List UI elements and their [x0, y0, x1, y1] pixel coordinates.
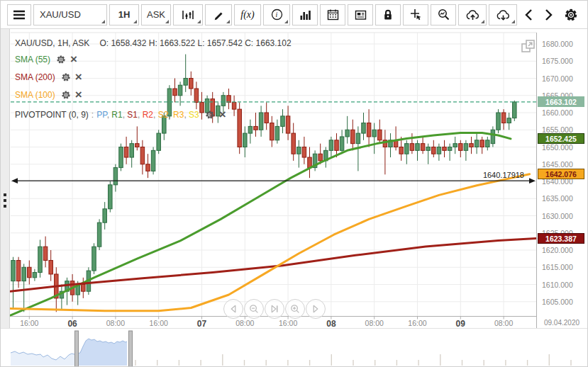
- indicator-settings-gear-icon[interactable]: [61, 90, 71, 100]
- detach-chart-button[interactable]: [519, 38, 538, 56]
- price-tick-label: 1610.000: [542, 281, 573, 289]
- indicator-label: SMA (55): [15, 55, 50, 64]
- time-tick-label: 08: [326, 319, 335, 329]
- price-badge-sma-55: 1652.425: [538, 133, 584, 144]
- lock-icon: [382, 9, 394, 21]
- dropdown-triangle-icon: [101, 20, 105, 23]
- play-to-end-icon: [265, 299, 284, 319]
- overlay-sma-200[interactable]: [11, 239, 536, 292]
- calendar-icon: [327, 9, 339, 21]
- price-badge-sma-200: 1623.387: [538, 233, 584, 244]
- hline-price-label[interactable]: 1640.17918: [440, 171, 524, 179]
- zoom-in-button[interactable]: [285, 299, 305, 319]
- time-tick-label: 06: [67, 319, 77, 329]
- dropdown-triangle-icon: [481, 20, 484, 23]
- price-side-label: ASK: [147, 9, 165, 20]
- price-tick-label: 1680.000: [542, 40, 573, 48]
- legend-ohlc: O: 1658.432 H: 1663.522 L: 1657.542 C: 1…: [99, 38, 291, 48]
- indicator-close-icon[interactable]: ×: [75, 73, 82, 81]
- triangle-right-icon: [306, 299, 325, 319]
- navigator[interactable]: [11, 331, 571, 367]
- dropdown-triangle-icon: [226, 20, 230, 23]
- drag-handle-icon[interactable]: [4, 205, 6, 208]
- magnifier-chart-icon: [438, 9, 450, 21]
- indicators-button[interactable]: f(x): [234, 4, 261, 26]
- chart-nav-buttons: [223, 299, 326, 319]
- price-tick-label: 1670.000: [542, 74, 573, 83]
- pivot-separator: :: [91, 110, 94, 120]
- time-tick-label: 16:00: [279, 319, 297, 327]
- lock-button[interactable]: [375, 4, 401, 26]
- price-side-select[interactable]: ASK: [141, 4, 171, 26]
- period-label: 1H: [118, 9, 131, 20]
- indicator-row-sma-100: SMA (100) ×: [15, 89, 292, 101]
- symbol-select[interactable]: XAU/USD: [33, 4, 107, 26]
- go-to-latest-button[interactable]: [265, 299, 284, 319]
- indicator-label: SMA (100): [15, 90, 55, 100]
- indicator-row-sma-200: SMA (200) ×: [15, 72, 292, 83]
- magnifier-plus-icon: [286, 299, 304, 319]
- navigator-handle[interactable]: [75, 331, 79, 367]
- pivot-label: PIVOTPOINT (0, 9): [15, 110, 89, 120]
- legend-instrument: XAU/USD, 1H, ASK: [15, 38, 89, 48]
- period-select[interactable]: 1H: [109, 4, 139, 26]
- open-in-new-window-icon: [519, 38, 538, 56]
- navigator-handle[interactable]: [129, 331, 133, 367]
- time-tick-label: 08:00: [106, 319, 125, 327]
- pencil-icon: [213, 9, 224, 21]
- dropdown-triangle-icon: [511, 20, 515, 23]
- chart-type-button[interactable]: [173, 4, 203, 26]
- indicator-close-icon[interactable]: ×: [75, 91, 82, 99]
- time-tick-label: 16:00: [408, 319, 426, 327]
- pivot-item-pp: PP: [96, 110, 106, 120]
- calendar-button[interactable]: [320, 4, 345, 26]
- time-tick-label: 09: [456, 319, 465, 329]
- drag-handle-icon[interactable]: [4, 199, 6, 202]
- pivot-item-s1: S1: [127, 110, 138, 120]
- gear-icon: [564, 8, 578, 22]
- pivot-values: PP, R1, S1, R2, S2, R3, S3: [96, 110, 199, 120]
- back-button[interactable]: [519, 4, 538, 26]
- price-badge-sma-100: 1642.076: [538, 169, 584, 179]
- info-button[interactable]: i: [263, 4, 290, 26]
- indicator-row-sma-55: SMA (55) ×: [15, 54, 292, 65]
- price-tick-label: 1605.000: [542, 298, 573, 306]
- indicator-settings-gear-icon[interactable]: [56, 55, 66, 64]
- indicator-settings-gear-icon[interactable]: [205, 110, 215, 120]
- draw-tools-button[interactable]: [205, 4, 232, 26]
- zoom-button[interactable]: [431, 4, 456, 26]
- chevron-left-icon: [524, 9, 533, 21]
- pivot-item-s2: S2: [158, 110, 169, 120]
- price-badge-current-price: 1663.102: [538, 96, 584, 107]
- pivot-item-r1: R1: [111, 110, 122, 120]
- volume-button[interactable]: [292, 4, 318, 26]
- pan-left-button[interactable]: [223, 299, 243, 319]
- pivot-item-separator: ,: [138, 110, 143, 120]
- crosshair-icon: [410, 9, 422, 21]
- crosshair-button[interactable]: [403, 4, 428, 26]
- triangle-left-icon: [224, 299, 243, 319]
- magnifier-minus-icon: [245, 299, 263, 319]
- pan-right-button[interactable]: [306, 299, 326, 319]
- indicator-close-icon[interactable]: ×: [219, 111, 226, 119]
- time-tick-label: 08:00: [494, 319, 513, 327]
- pivot-item-r2: R2: [143, 110, 153, 120]
- forward-button[interactable]: [540, 4, 558, 26]
- upload-button[interactable]: [458, 4, 487, 26]
- left-panel-strip: [1, 29, 10, 328]
- price-tick-label: 1675.000: [542, 57, 573, 65]
- chart-legend: XAU/USD, 1H, ASK O: 1658.432 H: 1663.522…: [15, 38, 292, 120]
- menu-button[interactable]: [7, 4, 31, 26]
- chevron-right-icon: [545, 9, 553, 21]
- download-button[interactable]: [489, 4, 517, 26]
- indicator-close-icon[interactable]: ×: [70, 55, 77, 64]
- news-button[interactable]: [348, 4, 373, 26]
- zoom-out-button[interactable]: [244, 299, 264, 319]
- settings-button[interactable]: [560, 4, 582, 26]
- drag-handle-icon[interactable]: [4, 193, 6, 196]
- indicator-settings-gear-icon[interactable]: [61, 72, 71, 82]
- price-tick-label: 1635.000: [542, 194, 573, 203]
- price-tick-label: 1630.000: [542, 212, 573, 220]
- price-tick-label: 1650.000: [542, 143, 573, 152]
- candlestick-icon: [182, 9, 194, 21]
